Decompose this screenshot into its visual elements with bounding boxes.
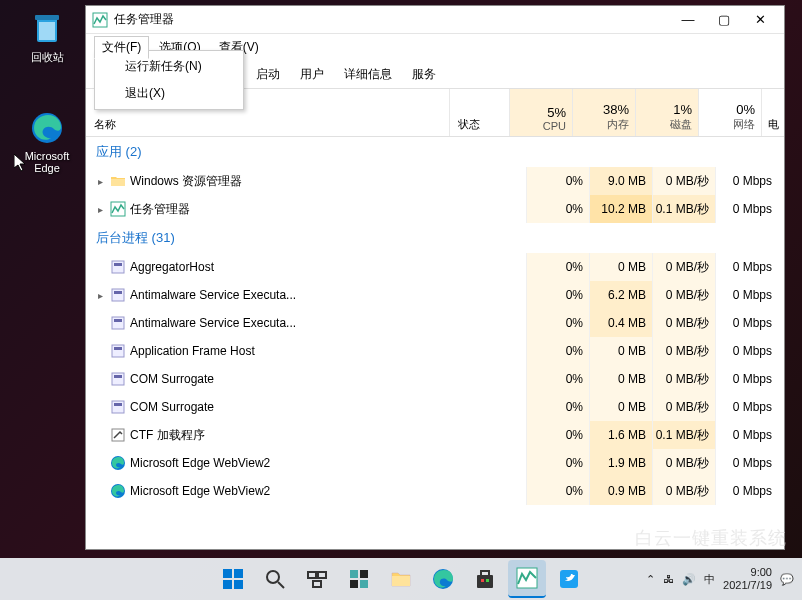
process-name: AggregatorHost [130,260,214,274]
process-icon [110,399,126,415]
process-name: Application Frame Host [130,344,255,358]
desktop-recycle-bin[interactable]: 回收站 [12,10,82,65]
net-cell: 0 Mbps [715,253,778,281]
process-name: 任务管理器 [130,201,190,218]
svg-rect-28 [308,572,316,578]
svg-rect-34 [360,580,368,588]
process-row[interactable]: ▸任务管理器0%10.2 MB0.1 MB/秒0 Mbps [86,195,784,223]
cpu-cell: 0% [526,365,589,393]
process-row[interactable]: AggregatorHost0%0 MB0 MB/秒0 Mbps [86,253,784,281]
chevron-right-icon[interactable]: ▸ [94,176,106,187]
header-mem[interactable]: 38% 内存 [573,89,636,136]
tab-details[interactable]: 详细信息 [334,61,402,88]
maximize-button[interactable]: ▢ [706,6,742,34]
taskmgr-taskbar-button[interactable] [508,560,546,598]
disk-cell: 0 MB/秒 [652,337,715,365]
store-button[interactable] [466,560,504,598]
mem-cell: 0 MB [589,337,652,365]
edge-taskbar-button[interactable] [424,560,462,598]
process-name: Windows 资源管理器 [130,173,242,190]
svg-rect-32 [360,570,368,578]
disk-cell: 0 MB/秒 [652,281,715,309]
mem-cell: 0.9 MB [589,477,652,505]
svg-rect-1 [39,22,55,40]
svg-rect-18 [114,403,122,406]
disk-cell: 0 MB/秒 [652,477,715,505]
process-row[interactable]: Microsoft Edge WebView20%1.9 MB0 MB/秒0 M… [86,449,784,477]
net-cell: 0 Mbps [715,337,778,365]
window-title: 任务管理器 [114,11,670,28]
svg-rect-33 [350,580,358,588]
process-name: Antimalware Service Executa... [130,288,296,302]
process-icon [110,343,126,359]
process-name: CTF 加载程序 [130,427,205,444]
tab-startup[interactable]: 启动 [246,61,290,88]
mem-cell: 1.9 MB [589,449,652,477]
ime-indicator[interactable]: 中 [704,572,715,587]
process-row[interactable]: ▸Antimalware Service Executa...0%6.2 MB0… [86,281,784,309]
menu-file[interactable]: 文件(F) [94,36,149,59]
process-icon [110,483,126,499]
net-cell: 0 Mbps [715,365,778,393]
process-row[interactable]: Antimalware Service Executa...0%0.4 MB0 … [86,309,784,337]
app-button[interactable] [550,560,588,598]
group-apps[interactable]: 应用 (2) [86,137,784,167]
clock[interactable]: 9:00 2021/7/19 [723,566,772,592]
disk-cell: 0 MB/秒 [652,253,715,281]
cursor-icon [14,154,30,174]
process-name: Microsoft Edge WebView2 [130,484,270,498]
process-icon [110,201,126,217]
process-row[interactable]: COM Surrogate0%0 MB0 MB/秒0 Mbps [86,393,784,421]
tab-user[interactable]: 用户 [290,61,334,88]
start-button[interactable] [214,560,252,598]
process-row[interactable]: CTF 加载程序0%1.6 MB0.1 MB/秒0 Mbps [86,421,784,449]
chevron-right-icon[interactable]: ▸ [94,204,106,215]
header-cpu[interactable]: 5% CPU [510,89,573,136]
process-row[interactable]: COM Surrogate0%0 MB0 MB/秒0 Mbps [86,365,784,393]
tray-chevron-icon[interactable]: ⌃ [646,573,655,586]
process-row[interactable]: Microsoft Edge WebView20%0.9 MB0 MB/秒0 M… [86,477,784,505]
minimize-button[interactable]: — [670,6,706,34]
menu-exit[interactable]: 退出(X) [97,80,241,107]
task-view-button[interactable] [298,560,336,598]
net-cell: 0 Mbps [715,421,778,449]
svg-rect-31 [350,570,358,578]
file-dropdown: 运行新任务(N) 退出(X) [94,50,244,110]
process-row[interactable]: ▸Windows 资源管理器0%9.0 MB0 MB/秒0 Mbps [86,167,784,195]
svg-rect-24 [223,580,232,589]
header-state[interactable]: 状态 [450,89,510,136]
process-name: Microsoft Edge WebView2 [130,456,270,470]
process-list[interactable]: 应用 (2) ▸Windows 资源管理器0%9.0 MB0 MB/秒0 Mbp… [86,137,784,549]
watermark: 白云一键重装系统 [635,526,787,550]
titlebar[interactable]: 任务管理器 — ▢ ✕ [86,6,784,34]
disk-cell: 0 MB/秒 [652,309,715,337]
tab-services[interactable]: 服务 [402,61,446,88]
cpu-cell: 0% [526,253,589,281]
cpu-cell: 0% [526,449,589,477]
close-button[interactable]: ✕ [742,6,778,34]
disk-cell: 0.1 MB/秒 [652,195,715,223]
net-cell: 0 Mbps [715,449,778,477]
network-icon[interactable]: 🖧 [663,573,674,585]
process-name: COM Surrogate [130,400,214,414]
explorer-button[interactable] [382,560,420,598]
volume-icon[interactable]: 🔊 [682,573,696,586]
header-disk[interactable]: 1% 磁盘 [636,89,699,136]
process-icon [110,371,126,387]
widgets-button[interactable] [340,560,378,598]
header-net[interactable]: 0% 网络 [699,89,762,136]
process-row[interactable]: Application Frame Host0%0 MB0 MB/秒0 Mbps [86,337,784,365]
notifications-icon[interactable]: 💬 [780,573,794,586]
svg-rect-39 [481,579,484,582]
svg-rect-23 [234,569,243,578]
header-power[interactable]: 电 [762,89,784,136]
svg-rect-17 [112,401,124,413]
chevron-right-icon[interactable]: ▸ [94,290,106,301]
net-cell: 0 Mbps [715,195,778,223]
net-cell: 0 Mbps [715,281,778,309]
svg-line-27 [278,582,284,588]
search-button[interactable] [256,560,294,598]
svg-rect-14 [114,347,122,350]
process-icon [110,259,126,275]
group-bg[interactable]: 后台进程 (31) [86,223,784,253]
